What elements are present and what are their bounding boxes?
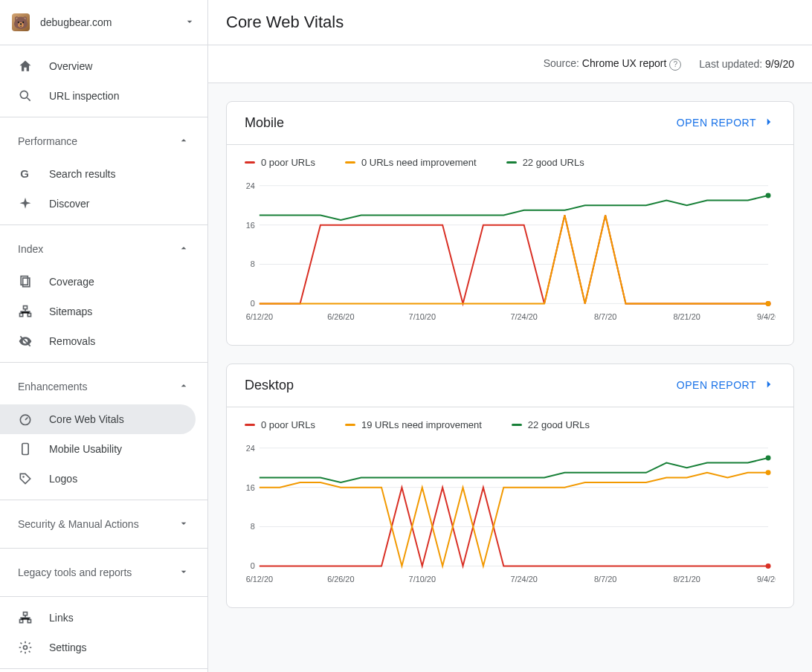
svg-text:8/7/20: 8/7/20 bbox=[594, 575, 616, 584]
removals-icon bbox=[18, 334, 33, 349]
svg-text:6/26/20: 6/26/20 bbox=[327, 312, 354, 321]
svg-text:G: G bbox=[20, 167, 29, 180]
card-title: Mobile bbox=[245, 115, 284, 131]
card-desktop: Desktop OPEN REPORT 0 poor URLs 19 URLs … bbox=[226, 364, 794, 608]
legend-swatch bbox=[345, 161, 355, 164]
chevron-down-icon bbox=[178, 517, 190, 532]
chevron-down-icon bbox=[184, 16, 196, 30]
discover-icon bbox=[18, 196, 33, 211]
svg-point-7 bbox=[20, 415, 30, 424]
updated-value: 9/9/20 bbox=[765, 58, 794, 70]
legend-label: 0 poor URLs bbox=[261, 419, 315, 430]
svg-text:8: 8 bbox=[251, 259, 255, 268]
svg-text:7/10/20: 7/10/20 bbox=[409, 575, 436, 584]
chevron-up-icon bbox=[178, 242, 190, 256]
nav-item-mobile-usability[interactable]: Mobile Usability bbox=[0, 434, 196, 464]
section-title: Enhancements bbox=[18, 381, 87, 392]
svg-text:6/12/20: 6/12/20 bbox=[246, 312, 273, 321]
svg-text:9/4/20: 9/4/20 bbox=[757, 575, 776, 584]
nav-label: Settings bbox=[49, 642, 87, 653]
main: Core Web Vitals Source: Chrome UX report… bbox=[208, 0, 812, 672]
nav-item-sitemaps[interactable]: Sitemaps bbox=[0, 297, 196, 326]
sitemaps-icon bbox=[18, 304, 33, 319]
svg-point-13 bbox=[24, 646, 28, 650]
svg-text:7/10/20: 7/10/20 bbox=[409, 312, 436, 321]
chart-legend: 0 poor URLs 0 URLs need improvement 22 g… bbox=[227, 145, 793, 174]
svg-text:16: 16 bbox=[246, 482, 255, 491]
links-icon bbox=[18, 610, 33, 625]
nav-label: URL inspection bbox=[49, 90, 119, 102]
legend-label: 22 good URLs bbox=[528, 419, 590, 430]
legend-item: 0 poor URLs bbox=[245, 157, 315, 168]
chevron-up-icon bbox=[178, 135, 190, 149]
chevron-up-icon bbox=[178, 380, 190, 394]
nav-item-core-web-vitals[interactable]: Core Web Vitals bbox=[0, 404, 196, 434]
svg-point-51 bbox=[766, 455, 771, 460]
page-title: Core Web Vitals bbox=[208, 0, 812, 45]
nav-label: Sitemaps bbox=[49, 306, 92, 317]
open-report-link[interactable]: OPEN REPORT bbox=[677, 378, 776, 393]
nav-item-overview[interactable]: Overview bbox=[0, 51, 196, 81]
svg-point-9 bbox=[22, 476, 25, 478]
nav-item-discover[interactable]: Discover bbox=[0, 189, 196, 219]
svg-rect-4 bbox=[24, 306, 28, 309]
nav-section-security-manual-actions[interactable]: Security & Manual Actions bbox=[0, 506, 207, 542]
nav-label: Overview bbox=[49, 60, 92, 72]
site-domain: debugbear.com bbox=[40, 16, 112, 28]
nav-section-performance[interactable]: Performance bbox=[0, 123, 207, 159]
svg-text:24: 24 bbox=[246, 443, 255, 452]
svg-rect-6 bbox=[28, 314, 30, 317]
svg-text:16: 16 bbox=[246, 220, 255, 229]
nav-item-settings[interactable]: Settings bbox=[0, 633, 196, 662]
open-report-link[interactable]: OPEN REPORT bbox=[677, 115, 776, 131]
chevron-down-icon bbox=[178, 566, 190, 580]
nav-scroll: Overview URL inspection Performance G Se… bbox=[0, 45, 207, 672]
svg-text:24: 24 bbox=[246, 181, 255, 190]
nav-section-index[interactable]: Index bbox=[0, 231, 207, 267]
nav-label: Links bbox=[49, 612, 74, 624]
card-mobile: Mobile OPEN REPORT 0 poor URLs 0 URLs ne… bbox=[226, 101, 794, 346]
help-icon[interactable]: ? bbox=[669, 59, 681, 71]
svg-rect-12 bbox=[28, 620, 30, 623]
site-selector[interactable]: 🐻 debugbear.com bbox=[0, 0, 207, 45]
nav-item-logos[interactable]: Logos bbox=[0, 464, 196, 494]
overview-icon bbox=[18, 59, 33, 74]
nav-label: Discover bbox=[49, 198, 89, 210]
nav-item-url-inspection[interactable]: URL inspection bbox=[0, 81, 196, 111]
chart-legend: 0 poor URLs 19 URLs need improvement 22 … bbox=[227, 407, 793, 436]
logos-icon bbox=[18, 471, 33, 486]
source-bar: Source: Chrome UX report ? Last updated:… bbox=[208, 45, 812, 83]
chart-desktop: 0816246/12/206/26/207/10/207/24/208/7/20… bbox=[227, 436, 793, 607]
legend-swatch bbox=[512, 424, 522, 426]
g-icon: G bbox=[18, 167, 33, 181]
chevron-right-icon bbox=[762, 378, 776, 393]
legend-swatch bbox=[506, 161, 517, 164]
coverage-icon bbox=[18, 274, 33, 289]
nav-item-coverage[interactable]: Coverage bbox=[0, 267, 196, 297]
nav-section-legacy-tools-and-reports[interactable]: Legacy tools and reports bbox=[0, 555, 207, 590]
legend-swatch bbox=[245, 424, 255, 426]
svg-text:0: 0 bbox=[251, 561, 255, 570]
nav-section-enhancements[interactable]: Enhancements bbox=[0, 369, 207, 404]
svg-text:0: 0 bbox=[251, 299, 255, 308]
nav-label: Logos bbox=[49, 473, 77, 485]
chevron-right-icon bbox=[762, 115, 776, 131]
svg-rect-11 bbox=[20, 620, 23, 623]
legend-swatch bbox=[345, 424, 355, 426]
section-title: Index bbox=[18, 243, 43, 255]
nav-item-removals[interactable]: Removals bbox=[0, 326, 196, 356]
svg-text:8/21/20: 8/21/20 bbox=[673, 575, 700, 584]
nav-item-search-results[interactable]: G Search results bbox=[0, 159, 196, 189]
svg-text:8: 8 bbox=[251, 522, 255, 531]
legend-label: 0 URLs need improvement bbox=[361, 157, 477, 168]
main-content: Source: Chrome UX report ? Last updated:… bbox=[208, 45, 812, 672]
nav-label: Search results bbox=[49, 168, 115, 180]
svg-point-50 bbox=[766, 470, 771, 475]
section-title: Legacy tools and reports bbox=[18, 566, 132, 578]
section-title: Security & Manual Actions bbox=[18, 518, 139, 530]
legend-item: 22 good URLs bbox=[506, 157, 584, 168]
nav-label: Core Web Vitals bbox=[49, 413, 124, 425]
nav-item-links[interactable]: Links bbox=[0, 603, 196, 633]
updated-label: Last updated: bbox=[699, 58, 762, 70]
section-title: Performance bbox=[18, 135, 77, 147]
